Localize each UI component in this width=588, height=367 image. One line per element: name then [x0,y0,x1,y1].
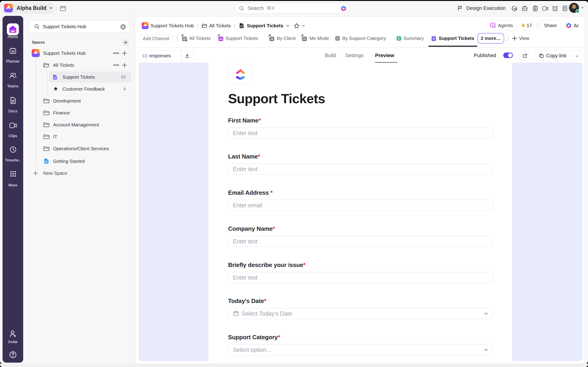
svg-text:19: 19 [11,50,15,53]
